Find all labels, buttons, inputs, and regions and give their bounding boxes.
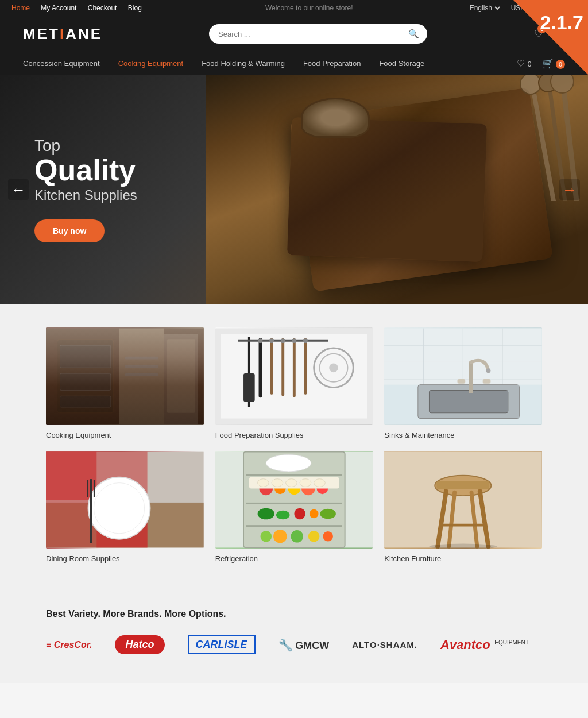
category-furniture-label: Kitchen Furniture <box>384 554 542 563</box>
buy-now-button[interactable]: Buy now <box>34 219 105 242</box>
brands-title: Best Variety. More Brands. More Options. <box>46 609 542 619</box>
svg-point-85 <box>273 530 287 543</box>
logo-accent: I <box>60 25 65 43</box>
categories-section: Cooking Equipment <box>0 304 588 597</box>
svg-point-57 <box>94 483 144 534</box>
svg-point-79 <box>257 479 269 487</box>
search-icon: 🔍 <box>408 29 419 38</box>
brands-section: Best Variety. More Brands. More Options.… <box>0 597 588 683</box>
svg-point-87 <box>308 531 320 542</box>
refrigeration-svg <box>215 451 373 549</box>
version-badge: 2.1.7 <box>513 0 588 75</box>
nav-preparation[interactable]: Food Preparation <box>303 59 361 68</box>
svg-point-28 <box>258 338 262 343</box>
category-foodprep[interactable]: Food Preparation Supplies <box>215 327 373 439</box>
svg-rect-9 <box>60 373 111 390</box>
category-cooking[interactable]: Cooking Equipment <box>46 327 204 439</box>
svg-point-35 <box>329 363 338 372</box>
category-refrigeration[interactable]: Refrigeration <box>215 451 373 563</box>
categories-grid: Cooking Equipment <box>46 327 542 563</box>
nav-account[interactable]: My Account <box>41 4 76 12</box>
svg-rect-13 <box>125 365 158 368</box>
brand-carlisle[interactable]: CARLISLE <box>188 635 256 654</box>
svg-rect-12 <box>125 357 158 360</box>
svg-point-75 <box>294 508 305 520</box>
search-bar: 🔍 <box>209 24 427 44</box>
hero-next-button[interactable]: → <box>559 179 580 200</box>
svg-rect-7 <box>57 339 114 413</box>
svg-point-31 <box>292 338 296 343</box>
svg-rect-49 <box>483 379 491 384</box>
svg-rect-64 <box>246 474 342 476</box>
brand-avantco[interactable]: Avantco EQUIPMENT <box>440 638 529 653</box>
top-bar-nav: Home My Account Checkout Blog <box>11 4 151 12</box>
main-nav: Concession Equipment Cooking Equipment F… <box>0 52 588 75</box>
svg-point-82 <box>300 479 311 487</box>
svg-rect-48 <box>458 379 466 384</box>
brand-hatco[interactable]: Hatco <box>115 635 164 654</box>
nav-blog[interactable]: Blog <box>128 4 142 12</box>
svg-rect-16 <box>167 339 195 413</box>
hero-prev-button[interactable]: ← <box>8 179 29 200</box>
foodprep-svg <box>215 327 373 425</box>
svg-rect-11 <box>119 329 164 424</box>
svg-point-88 <box>323 531 333 542</box>
svg-point-74 <box>276 511 290 520</box>
category-cooking-label: Cooking Equipment <box>46 431 204 439</box>
brand-gmcw[interactable]: 🔧 GMCW <box>278 638 330 652</box>
avantco-equipment: EQUIPMENT <box>494 639 528 646</box>
category-sinks-image <box>384 327 542 425</box>
category-cooking-image <box>46 327 204 425</box>
category-furniture[interactable]: Kitchen Furniture <box>384 451 542 563</box>
avantco-label: Avantco <box>440 638 490 652</box>
category-furniture-image <box>384 451 542 549</box>
nav-concession[interactable]: Concession Equipment <box>23 59 100 68</box>
svg-rect-46 <box>469 362 473 393</box>
svg-point-77 <box>320 509 335 519</box>
crescor-icon: ≡ <box>46 640 51 650</box>
brand-crescor[interactable]: ≡ CresCor. <box>46 640 92 650</box>
svg-point-86 <box>291 530 303 543</box>
svg-rect-91 <box>437 481 490 489</box>
nav-storage[interactable]: Food Storage <box>379 59 424 68</box>
hero-subtitle: Top <box>34 137 137 155</box>
nav-holding[interactable]: Food Holding & Warming <box>202 59 285 68</box>
category-dining-label: Dining Room Supplies <box>46 554 204 563</box>
furniture-svg <box>384 451 542 549</box>
version-number: 2.1.7 <box>540 13 583 32</box>
svg-point-76 <box>309 509 318 519</box>
category-sinks[interactable]: Sinks & Maintenance <box>384 327 542 439</box>
brands-row: ≡ CresCor. Hatco CARLISLE 🔧 GMCW ALTO·SH… <box>46 635 542 654</box>
gmcw-icon: 🔧 <box>278 639 293 651</box>
svg-point-3 <box>520 75 541 94</box>
category-dining[interactable]: Dining Room Supplies <box>46 451 204 563</box>
nav-home[interactable]: Home <box>11 4 30 12</box>
svg-point-72 <box>266 455 311 472</box>
svg-rect-15 <box>164 334 198 424</box>
page-wrapper: 2.1.7 Home My Account Checkout Blog Welc… <box>0 0 588 683</box>
nav-cooking[interactable]: Cooking Equipment <box>118 59 183 68</box>
svg-rect-66 <box>246 525 342 527</box>
svg-rect-45 <box>430 391 508 413</box>
search-button[interactable]: 🔍 <box>400 24 427 44</box>
welcome-message: Welcome to our online store! <box>265 4 353 12</box>
category-refrigeration-label: Refrigeration <box>215 554 373 563</box>
svg-rect-89 <box>384 452 542 548</box>
svg-rect-8 <box>60 345 111 368</box>
hero-title: Quality <box>34 155 137 185</box>
svg-rect-26 <box>243 373 255 402</box>
hero-bowl <box>301 98 370 138</box>
header: METIANE 🔍 ♡ 0 🛒 0 <box>0 16 588 52</box>
nav-checkout[interactable]: Checkout <box>88 4 117 12</box>
svg-rect-65 <box>246 503 342 504</box>
svg-point-29 <box>269 338 274 343</box>
brand-altoshaam[interactable]: ALTO·SHAAM. <box>352 640 417 650</box>
language-selector[interactable]: English <box>467 3 502 13</box>
search-input[interactable] <box>209 25 400 43</box>
svg-point-32 <box>303 338 308 343</box>
svg-point-83 <box>314 479 325 487</box>
svg-point-73 <box>257 508 274 520</box>
logo: METIANE <box>23 25 102 43</box>
dining-svg <box>46 451 204 549</box>
category-sinks-label: Sinks & Maintenance <box>384 431 542 439</box>
